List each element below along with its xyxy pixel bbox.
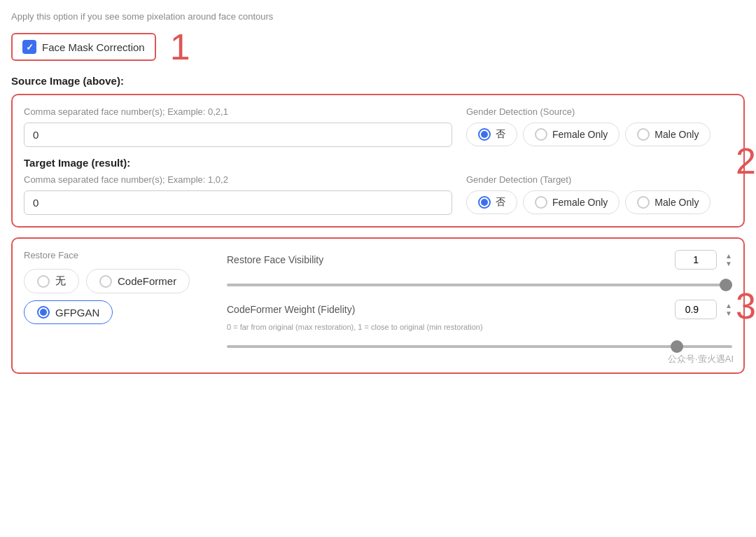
visibility-spinner[interactable]: ▲ ▼ [725,253,732,267]
target-radio-no-label: 否 [496,196,505,209]
target-gender-title: Gender Detection (Target) [466,174,732,185]
visibility-input[interactable] [675,250,717,270]
codeformer-input[interactable] [675,300,717,319]
restore-option-codeformer[interactable]: CodeFormer [86,269,190,293]
source-radio-no-circle [478,128,491,141]
source-radio-group: 否 Female Only Male Only [466,123,732,146]
face-mask-label: Face Mask Correction [42,41,145,53]
restore-face-title: Restore Face [24,250,206,260]
codeformer-title: CodeFormer Weight (Fidelity) [227,304,666,315]
source-face-input-wrap: Comma separated face number(s); Example:… [24,106,452,147]
target-radio-male[interactable]: Male Only [625,190,710,214]
source-gender-wrap: Gender Detection (Source) 否 Female Only … [466,106,732,146]
restore-option-wu-label: 无 [55,274,66,288]
face-mask-checkbox[interactable] [22,40,36,54]
watermark: 公众号·萤火遇AI [668,353,734,365]
section-3-box: Restore Face 无 CodeFormer GFPGAN [11,237,745,374]
source-radio-no[interactable]: 否 [466,123,517,146]
restore-face-right: Restore Face Visibility ▲ ▼ CodeFormer W… [227,250,732,361]
target-image-label: Target Image (result): [24,157,130,169]
restore-option-wu[interactable]: 无 [24,269,79,293]
visibility-down-icon[interactable]: ▼ [725,260,732,267]
source-radio-male-label: Male Only [654,129,699,140]
target-radio-no-circle [478,196,491,209]
section3-inner: Restore Face 无 CodeFormer GFPGAN [24,250,732,361]
source-radio-male[interactable]: Male Only [625,123,710,146]
source-field-label: Comma separated face number(s); Example:… [24,106,452,117]
hint-text: Apply this option if you see some pixela… [11,11,745,22]
source-face-input[interactable] [24,123,452,147]
restore-options-row2: GFPGAN [24,300,206,324]
codeformer-hint: 0 = far from original (max restoration),… [227,322,732,333]
restore-face-left: Restore Face 无 CodeFormer GFPGAN [24,250,206,361]
codeformer-down-icon[interactable]: ▼ [725,310,732,317]
source-radio-female[interactable]: Female Only [523,123,620,146]
target-face-input-wrap: Comma separated face number(s); Example:… [24,174,452,215]
target-radio-male-label: Male Only [654,197,699,208]
source-radio-female-label: Female Only [552,129,608,140]
visibility-slider-wrap [227,277,732,288]
restore-options-row1: 无 CodeFormer [24,269,206,293]
restore-option-gfpgan[interactable]: GFPGAN [24,300,113,324]
step-label-1: 1 [170,29,190,65]
codeformer-slider-wrap [227,338,732,350]
target-gender-wrap: Gender Detection (Target) 否 Female Only … [466,174,732,214]
restore-radio-codeformer [99,275,112,288]
restore-option-codeformer-label: CodeFormer [118,275,176,287]
codeformer-up-icon[interactable]: ▲ [725,302,732,309]
visibility-up-icon[interactable]: ▲ [725,253,732,260]
visibility-row: Restore Face Visibility ▲ ▼ [227,250,732,270]
codeformer-row: CodeFormer Weight (Fidelity) ▲ ▼ [227,300,732,319]
source-radio-no-label: 否 [496,128,505,141]
target-field-label: Comma separated face number(s); Example:… [24,174,452,185]
target-radio-female-label: Female Only [552,197,608,208]
target-row: Comma separated face number(s); Example:… [24,174,732,215]
target-radio-no[interactable]: 否 [466,190,517,214]
source-gender-title: Gender Detection (Source) [466,106,732,117]
visibility-slider[interactable] [227,284,732,286]
codeformer-slider[interactable] [227,345,732,348]
source-image-label: Source Image (above): [11,75,745,87]
restore-radio-wu [37,275,50,288]
step-label-3: 3 [736,286,756,326]
visibility-title: Restore Face Visibility [227,254,666,265]
target-face-input[interactable] [24,190,452,215]
face-mask-box[interactable]: Face Mask Correction [11,33,156,61]
restore-radio-gfpgan [37,306,50,319]
step-label-2: 2 [736,141,756,181]
source-row: Comma separated face number(s); Example:… [24,106,732,147]
target-radio-male-circle [637,196,650,209]
target-radio-group: 否 Female Only Male Only [466,190,732,214]
target-radio-female-circle [535,196,547,209]
section-2-box: Comma separated face number(s); Example:… [11,94,745,228]
codeformer-spinner[interactable]: ▲ ▼ [725,302,732,317]
target-radio-female[interactable]: Female Only [523,190,620,214]
restore-option-gfpgan-label: GFPGAN [55,307,99,319]
source-radio-female-circle [535,128,547,141]
target-divider: Target Image (result): [24,157,732,169]
face-mask-row: Face Mask Correction 1 [11,29,745,65]
source-radio-male-circle [637,128,650,141]
